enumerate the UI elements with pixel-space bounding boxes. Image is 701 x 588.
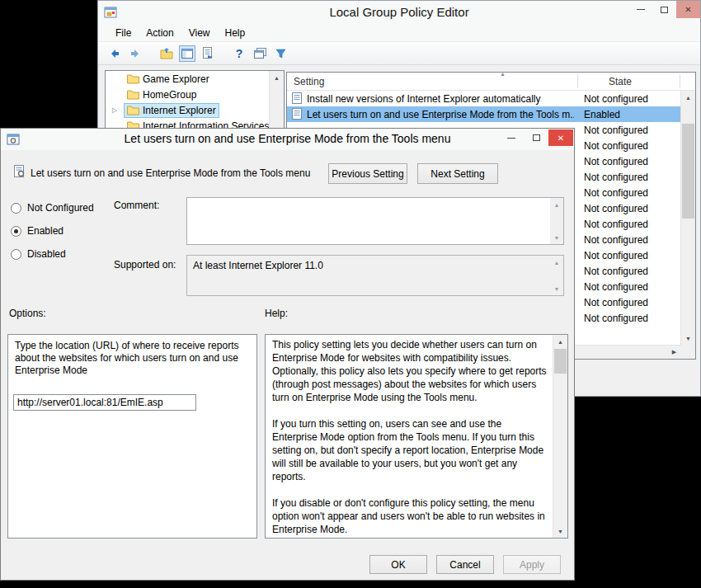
scroll-up-icon[interactable]: ▲ <box>553 335 567 348</box>
scrollbar-corner <box>681 345 695 359</box>
setting-cell: Let users turn on and use Enterprise Mod… <box>307 109 574 120</box>
menu-help[interactable]: Help <box>218 27 253 39</box>
list-header: Setting ▲ State <box>287 73 695 91</box>
state-cell: Not configured <box>584 93 648 105</box>
menu-view[interactable]: View <box>181 27 218 39</box>
expander-icon[interactable]: ▷ <box>112 106 117 114</box>
policy-name: Let users turn on and use Enterprise Mod… <box>31 167 310 179</box>
help-label: Help: <box>265 308 288 319</box>
export-list-icon[interactable] <box>200 45 216 62</box>
radio-label: Enabled <box>27 225 64 237</box>
comment-scrollbar[interactable]: ▲ ▼ <box>550 198 563 244</box>
radio-not-configured[interactable]: Not Configured <box>11 202 94 214</box>
state-cell: Not configured <box>584 219 648 230</box>
comment-label: Comment: <box>114 200 159 211</box>
radio-dot[interactable] <box>11 249 21 260</box>
radio-label: Disabled <box>27 248 66 260</box>
state-cell: Not configured <box>584 140 648 152</box>
help-panel: This policy setting lets you decide whet… <box>265 334 568 539</box>
scroll-up-icon[interactable]: ▲ <box>270 71 284 84</box>
toolbar: ? <box>98 42 700 65</box>
state-cell: Not configured <box>584 313 648 324</box>
list-vertical-scrollbar[interactable]: ▲ ▼ <box>680 91 695 345</box>
scroll-right-icon[interactable]: ▶ <box>667 346 681 359</box>
desktop: Local Group Policy Editor ✕ File Action … <box>0 0 701 588</box>
supported-on-label: Supported on: <box>114 259 176 270</box>
scroll-up-icon[interactable]: ▲ <box>550 198 563 211</box>
ok-button[interactable]: OK <box>369 555 427 574</box>
filter-icon[interactable] <box>272 45 289 62</box>
table-row[interactable]: Install new versions of Internet Explore… <box>287 91 681 106</box>
maximize-icon[interactable] <box>652 1 676 18</box>
minimize-icon[interactable] <box>499 129 524 146</box>
sort-ascending-icon: ▲ <box>500 71 506 77</box>
cancel-button[interactable]: Cancel <box>436 555 494 574</box>
tree-item-label: Internet Explorer <box>143 105 216 116</box>
state-cell: Not configured <box>584 281 648 293</box>
help-text: This policy setting lets you decide whet… <box>266 335 553 538</box>
radio-disabled[interactable]: Disabled <box>11 248 66 260</box>
gpe-titlebar[interactable]: Local Group Policy Editor ✕ <box>98 1 700 24</box>
maximize-icon[interactable] <box>524 129 548 146</box>
forward-icon[interactable] <box>127 45 143 62</box>
column-header-state[interactable]: State <box>609 76 632 87</box>
scroll-down-icon[interactable]: ▼ <box>550 231 563 244</box>
options-description: Type the location (URL) of where to rece… <box>15 340 250 377</box>
close-icon[interactable]: ✕ <box>676 1 700 18</box>
menu-bar: File Action View Help <box>98 24 700 42</box>
report-url-input[interactable] <box>13 394 196 411</box>
state-cell: Not configured <box>584 203 648 214</box>
state-cell: Not configured <box>584 266 648 277</box>
close-icon[interactable]: ✕ <box>548 129 573 146</box>
scroll-down-icon[interactable]: ▼ <box>550 282 563 295</box>
comment-textarea[interactable]: ▲ ▼ <box>186 197 564 245</box>
previous-setting-button[interactable]: Previous Setting <box>328 163 407 184</box>
tree-item-game-explorer[interactable]: Game Explorer <box>106 71 270 87</box>
up-one-level-icon[interactable] <box>158 45 175 62</box>
state-cell: Not configured <box>584 250 648 261</box>
state-cell: Not configured <box>584 234 648 246</box>
dialog-titlebar[interactable]: Let users turn on and use Enterprise Mod… <box>1 129 574 150</box>
supported-on-box: At least Internet Explorer 11.0 ▲ ▼ <box>186 255 564 296</box>
show-console-tree-icon[interactable] <box>179 45 195 62</box>
folder-icon <box>127 73 139 84</box>
column-header-setting[interactable]: Setting <box>294 76 324 87</box>
table-row-selected[interactable]: Let users turn on and use Enterprise Mod… <box>287 106 681 122</box>
options-panel: Type the location (URL) of where to rece… <box>7 334 257 539</box>
scrollbar-thumb[interactable] <box>554 349 567 374</box>
help-scrollbar[interactable]: ▲ ▼ <box>553 335 567 538</box>
radio-label: Not Configured <box>27 202 94 214</box>
radio-dot[interactable] <box>11 203 21 214</box>
state-cell: Enabled <box>584 109 620 120</box>
tree-item-label: HomeGroup <box>143 89 196 101</box>
tree-item-internet-explorer[interactable]: ▷ Internet Explorer <box>106 102 270 118</box>
state-cell: Not configured <box>584 172 648 183</box>
supported-scrollbar[interactable]: ▲ ▼ <box>550 256 563 295</box>
menu-action[interactable]: Action <box>139 27 181 39</box>
apply-button: Apply <box>503 555 561 574</box>
minimize-icon[interactable] <box>628 1 652 18</box>
next-setting-button[interactable]: Next Setting <box>417 163 498 184</box>
dialog-title: Let users turn on and use Enterprise Mod… <box>1 132 574 145</box>
scroll-down-icon[interactable]: ▼ <box>553 524 567 538</box>
scrollbar-thumb[interactable] <box>682 124 694 219</box>
tree-item-homegroup[interactable]: HomeGroup <box>106 87 270 102</box>
folder-icon <box>127 89 139 100</box>
state-cell: Not configured <box>584 297 648 308</box>
state-cell: Not configured <box>584 156 648 167</box>
radio-enabled[interactable]: Enabled <box>11 225 64 237</box>
scroll-up-icon[interactable]: ▲ <box>550 256 563 269</box>
scroll-down-icon[interactable]: ▼ <box>681 332 695 345</box>
radio-dot[interactable] <box>11 226 21 237</box>
state-cell: Not configured <box>584 187 648 199</box>
options-label: Options: <box>9 308 46 319</box>
back-icon[interactable] <box>106 45 123 62</box>
state-cell: Not configured <box>584 125 648 136</box>
scroll-up-icon[interactable]: ▲ <box>681 91 695 104</box>
policy-setting-icon <box>12 165 26 178</box>
policy-setting-icon <box>291 108 303 120</box>
new-window-icon[interactable] <box>252 45 268 62</box>
help-icon[interactable]: ? <box>231 45 247 62</box>
policy-setting-dialog: Let users turn on and use Enterprise Mod… <box>0 128 575 581</box>
menu-file[interactable]: File <box>108 27 139 39</box>
